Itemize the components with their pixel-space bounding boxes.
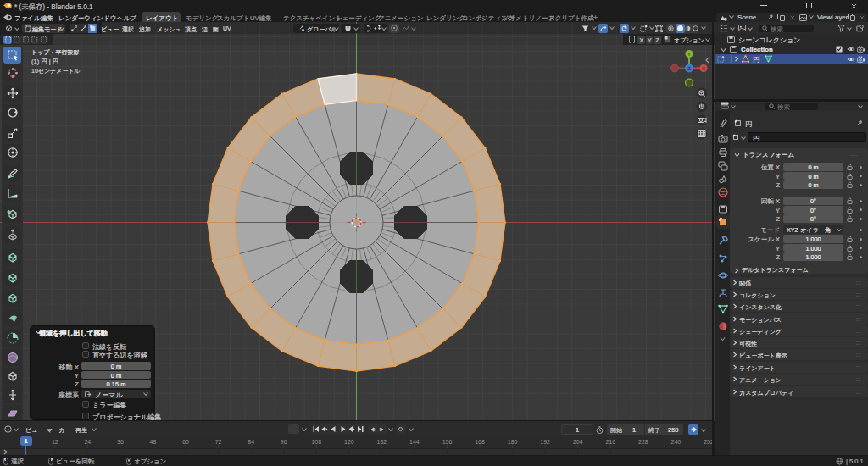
svg-text:228: 228 [638,439,648,445]
svg-text:204: 204 [573,439,583,445]
svg-text:144: 144 [409,439,420,445]
svg-text:216: 216 [605,439,615,445]
svg-text:84: 84 [248,439,254,445]
svg-text:12: 12 [52,439,58,445]
svg-text:168: 168 [475,439,485,445]
svg-text:240: 240 [671,439,682,445]
svg-text:24: 24 [84,439,91,445]
svg-text:60: 60 [182,439,189,445]
svg-text:156: 156 [442,439,453,445]
svg-text:36: 36 [117,439,124,445]
svg-text:48: 48 [150,439,157,445]
svg-text:108: 108 [311,439,321,445]
svg-text:Y: Y [687,52,691,57]
svg-text:96: 96 [281,439,287,445]
svg-text:132: 132 [377,439,387,445]
svg-text:192: 192 [540,439,550,445]
svg-text:180: 180 [508,439,518,445]
svg-text:120: 120 [344,439,354,445]
svg-text:72: 72 [215,439,222,445]
svg-text:Z: Z [687,66,691,71]
svg-text:X: X [702,66,705,71]
